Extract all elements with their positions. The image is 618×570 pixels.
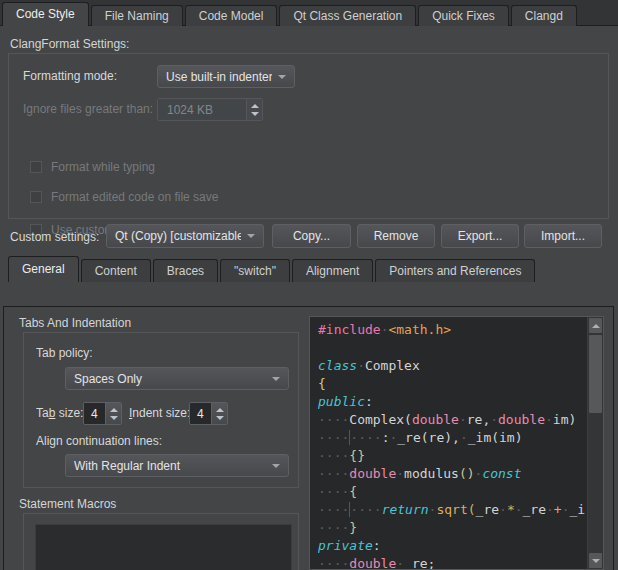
- tab-qt-class-generation[interactable]: Qt Class Generation: [279, 5, 416, 26]
- code-line: ····{: [318, 483, 586, 501]
- tab-quick-fixes[interactable]: Quick Fixes: [418, 5, 509, 26]
- tab-label: Alignment: [306, 264, 359, 278]
- top-tab-bar: Code StyleFile NamingCode ModelQt Class …: [2, 2, 579, 26]
- tab-content[interactable]: Content: [81, 259, 151, 282]
- general-tab-pane: Tabs And Indentation Tab policy: Spaces …: [3, 306, 614, 570]
- import-button[interactable]: Import...: [524, 224, 602, 248]
- scrollbar-up-button[interactable]: [589, 318, 602, 333]
- tab-label: Clangd: [525, 9, 563, 23]
- indent-size-value: 4: [190, 403, 211, 424]
- code-line: ········return·sqrt(_re·*·_re·+·_i: [318, 501, 586, 519]
- chevron-down-icon: [278, 75, 286, 79]
- code-preview-editor[interactable]: #include·<math.h>class·Complex{public:··…: [309, 316, 604, 570]
- remove-button[interactable]: Remove: [357, 224, 435, 248]
- code-line: {: [318, 375, 586, 393]
- checkbox-format-while-typing: Format while typing: [30, 160, 155, 174]
- tab-clangd[interactable]: Clangd: [511, 5, 577, 26]
- spin-buttons[interactable]: [211, 403, 227, 424]
- spin-up-icon: [216, 408, 224, 412]
- tab-code-style[interactable]: Code Style: [2, 2, 89, 26]
- code-line: ····Complex(double·re,·double·im): [318, 411, 586, 429]
- code-line: [318, 339, 586, 357]
- scroll-down-icon: [592, 559, 600, 563]
- ignore-files-value: 1024 KB: [158, 99, 246, 120]
- checkbox-format-edited-code-on-file-save: Format edited code on file save: [30, 190, 218, 204]
- tab-size-label: Tab size:: [36, 406, 83, 420]
- code-style-pane: ClangFormat Settings: Formatting mode: U…: [0, 25, 618, 570]
- copy-button[interactable]: Copy...: [272, 224, 351, 248]
- export-button[interactable]: Export...: [441, 224, 519, 248]
- formatting-mode-value: Use built-in indenter: [166, 70, 272, 84]
- tab-policy-label: Tab policy:: [36, 346, 93, 360]
- checkbox-label: Format edited code on file save: [51, 190, 218, 204]
- tab-policy-dropdown[interactable]: Spaces Only: [65, 367, 289, 390]
- tab-label: General: [22, 262, 65, 276]
- scroll-up-icon: [592, 324, 600, 328]
- formatting-mode-dropdown[interactable]: Use built-in indenter: [157, 65, 295, 88]
- align-continuation-label: Align continuation lines:: [36, 434, 162, 448]
- clangformat-group-label: ClangFormat Settings:: [10, 37, 129, 51]
- code-line: ····double·_re;: [318, 555, 586, 569]
- spin-buttons: [246, 99, 262, 120]
- custom-settings-value: Qt (Copy) [customizable]: [115, 229, 241, 243]
- tab-switch[interactable]: "switch": [220, 259, 290, 282]
- checkbox-icon: [30, 191, 42, 203]
- chevron-down-icon: [272, 377, 280, 381]
- spin-down-icon: [251, 112, 259, 116]
- scrollbar-thumb[interactable]: [589, 335, 602, 413]
- custom-settings-label: Custom settings:: [10, 230, 99, 244]
- code-preview-scrollbar[interactable]: [587, 317, 603, 569]
- ignore-files-label: Ignore files greater than:: [23, 102, 153, 116]
- code-line: ········:·_re(re),·_im(im): [318, 429, 586, 447]
- indent-size-spinbox[interactable]: 4: [189, 402, 228, 425]
- tab-label: Qt Class Generation: [293, 9, 402, 23]
- tab-label: Pointers and References: [389, 264, 521, 278]
- tab-label: "switch": [234, 264, 276, 278]
- code-preview-text: #include·<math.h>class·Complex{public:··…: [318, 321, 586, 569]
- scrollbar-down-button[interactable]: [589, 553, 602, 568]
- tab-label: Code Model: [199, 9, 264, 23]
- chevron-down-icon: [272, 464, 280, 468]
- tabs-indentation-group-label: Tabs And Indentation: [19, 316, 131, 330]
- tab-file-naming[interactable]: File Naming: [91, 5, 183, 26]
- code-line: private:: [318, 537, 586, 555]
- code-line: #include·<math.h>: [318, 321, 586, 339]
- tab-label: File Naming: [105, 9, 169, 23]
- code-line: public:: [318, 393, 586, 411]
- checkbox-icon: [30, 161, 42, 173]
- clangformat-groupbox: Formatting mode: Use built-in indenter I…: [8, 53, 609, 219]
- code-line: ····}: [318, 519, 586, 537]
- tab-code-model[interactable]: Code Model: [185, 5, 278, 26]
- align-continuation-value: With Regular Indent: [74, 459, 266, 473]
- spin-up-icon: [251, 104, 259, 108]
- code-line: ····{}: [318, 447, 586, 465]
- tab-policy-value: Spaces Only: [74, 372, 266, 386]
- tab-label: Content: [95, 264, 137, 278]
- style-tab-bar: GeneralContentBraces"switch"AlignmentPoi…: [8, 256, 537, 282]
- code-line: ····double·modulus()·const: [318, 465, 586, 483]
- formatting-mode-label: Formatting mode:: [23, 69, 117, 83]
- statement-macros-groupbox: [23, 513, 299, 570]
- spin-down-icon: [216, 416, 224, 420]
- statement-macros-editor[interactable]: [35, 524, 292, 570]
- tab-general[interactable]: General: [8, 256, 79, 282]
- tab-alignment[interactable]: Alignment: [292, 259, 373, 282]
- tab-braces[interactable]: Braces: [153, 259, 218, 282]
- statement-macros-group-label: Statement Macros: [19, 497, 116, 511]
- tab-size-spinbox[interactable]: 4: [83, 402, 122, 425]
- code-line: class·Complex: [318, 357, 586, 375]
- spin-buttons[interactable]: [105, 403, 121, 424]
- align-continuation-dropdown[interactable]: With Regular Indent: [65, 454, 289, 477]
- chevron-down-icon: [247, 234, 255, 238]
- tab-label: Braces: [167, 264, 204, 278]
- spin-up-icon: [110, 408, 118, 412]
- custom-settings-dropdown[interactable]: Qt (Copy) [customizable]: [106, 224, 264, 248]
- checkbox-label: Format while typing: [51, 160, 155, 174]
- spin-down-icon: [110, 416, 118, 420]
- ignore-files-spinbox: 1024 KB: [157, 98, 263, 121]
- tab-label: Code Style: [16, 7, 75, 21]
- code-style-settings-page: Code StyleFile NamingCode ModelQt Class …: [0, 0, 618, 570]
- tab-pointers-and-references[interactable]: Pointers and References: [375, 259, 535, 282]
- tab-label: Quick Fixes: [432, 9, 495, 23]
- tab-size-value: 4: [84, 403, 105, 424]
